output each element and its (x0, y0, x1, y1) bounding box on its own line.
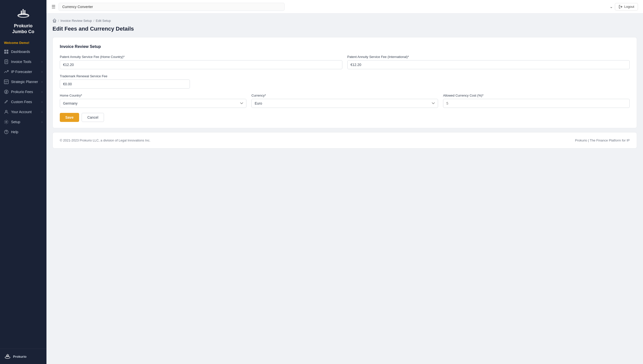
topbar-search-area (59, 3, 607, 11)
grid-icon (4, 49, 9, 54)
svg-rect-22 (7, 354, 8, 357)
form-row-patent-annuity: Patent Annuity Service Fee (Home Country… (60, 55, 630, 69)
chevron-right-icon4: › (41, 90, 42, 93)
file-text-icon (4, 59, 9, 64)
sidebar-item-dashboards[interactable]: Dashboards (0, 47, 46, 57)
svg-point-17 (6, 121, 7, 122)
cancel-button[interactable]: Cancel (82, 113, 104, 122)
form-group-currency: Currency* Euro (251, 94, 438, 108)
sidebar-item-setup-label: Setup (11, 120, 20, 124)
breadcrumb-sep-2: / (93, 19, 94, 23)
edit-icon (4, 100, 9, 104)
currency-select[interactable]: Euro (251, 99, 438, 108)
svg-point-19 (6, 133, 7, 133)
home-icon[interactable] (52, 19, 57, 23)
dollar-icon (4, 90, 9, 94)
svg-rect-12 (4, 80, 8, 84)
chevron-right-icon: › (41, 60, 42, 63)
sidebar-logo: Prokurio Jumbo Co (0, 0, 46, 39)
footer-brand-label: Prokurio (13, 355, 26, 358)
topbar-right: ⌄ Logout (610, 3, 638, 11)
sidebar-item-your-account-label: Your Account (11, 110, 32, 114)
svg-rect-21 (6, 355, 7, 357)
patent-intl-label: Patent Annuity Service Fee (Internationa… (347, 55, 630, 59)
patent-home-label: Patent Annuity Service Fee (Home Country… (60, 55, 342, 59)
chevron-right-icon5: › (41, 100, 42, 103)
breadcrumb-sep-1: / (58, 19, 59, 23)
sidebar-item-invoice-tools-label: Invoice Tools (11, 60, 31, 64)
sidebar-nav: Dashboards Invoice Tools › (0, 46, 46, 349)
svg-rect-23 (8, 354, 9, 357)
chevron-right-icon6: › (41, 110, 42, 113)
form-row-country-currency: Home Country* Germany Currency* Euro All… (60, 94, 630, 108)
footer-copyright: © 2021-2023 Prokurio LLC, a division of … (60, 138, 150, 142)
form-group-home-country: Home Country* Germany (60, 94, 246, 108)
sidebar-welcome: Welcome Demo! (0, 39, 46, 46)
svg-rect-25 (54, 21, 55, 22)
svg-point-16 (6, 110, 7, 112)
sidebar-item-ip-forecaster[interactable]: IP Forecaster › (0, 67, 46, 77)
sidebar-item-prokurio-fees[interactable]: Prokurio Fees › (0, 87, 46, 97)
user-icon (4, 110, 9, 114)
breadcrumb-invoice-review[interactable]: Invoice Review Setup (61, 19, 92, 23)
page-content: / Invoice Review Setup / Edit Setup Edit… (46, 14, 643, 364)
breadcrumb-edit-setup: Edit Setup (96, 19, 111, 23)
trending-up-icon (4, 69, 9, 74)
sidebar-item-ip-forecaster-label: IP Forecaster (11, 70, 32, 74)
dropdown-chevron-icon[interactable]: ⌄ (610, 4, 613, 9)
svg-rect-6 (4, 52, 6, 54)
trademark-label: Trademark Renewal Service Fee (60, 74, 190, 78)
chevron-right-icon7: › (41, 120, 42, 123)
company-line2: Jumbo Co (12, 29, 34, 35)
breadcrumb: / Invoice Review Setup / Edit Setup (52, 19, 637, 23)
logout-button[interactable]: Logout (615, 3, 638, 11)
search-input[interactable] (59, 3, 285, 11)
patent-intl-input[interactable] (347, 60, 630, 69)
chevron-right-icon2: › (41, 70, 42, 73)
svg-rect-5 (7, 50, 8, 51)
company-line1: Prokurio (12, 23, 34, 29)
form-row-trademark: Trademark Renewal Service Fee (60, 74, 630, 89)
sidebar-item-prokurio-fees-label: Prokurio Fees (11, 90, 33, 94)
home-country-select[interactable]: Germany (60, 99, 246, 108)
form-group-trademark: Trademark Renewal Service Fee (60, 74, 190, 89)
chevron-right-icon3: › (41, 80, 42, 83)
sidebar-item-custom-fees-label: Custom Fees (11, 100, 32, 104)
form-card: Invoice Review Setup Patent Annuity Serv… (52, 37, 637, 128)
form-actions: Save Cancel (60, 113, 630, 122)
save-button[interactable]: Save (60, 113, 79, 122)
allowed-currency-input[interactable] (443, 99, 630, 108)
patent-home-input[interactable] (60, 60, 342, 69)
help-circle-icon (4, 130, 9, 134)
sidebar-footer: Prokurio (0, 349, 46, 364)
form-group-patent-home: Patent Annuity Service Fee (Home Country… (60, 55, 342, 69)
logout-icon (619, 5, 623, 9)
company-name: Prokurio Jumbo Co (12, 23, 34, 35)
sidebar-item-help[interactable]: Help (0, 127, 46, 137)
sidebar-item-dashboards-label: Dashboards (11, 50, 30, 54)
svg-rect-4 (4, 50, 6, 51)
settings-icon (4, 120, 9, 124)
sidebar-item-strategic-planner[interactable]: Strategic Planner › (0, 77, 46, 87)
sidebar-item-your-account[interactable]: Your Account › (0, 107, 46, 117)
footer-prokurio-icon (4, 353, 11, 360)
form-group-allowed-currency: Allowed Currency Cost (%)* (443, 94, 630, 108)
layout-icon (4, 80, 9, 84)
sidebar-item-strategic-planner-label: Strategic Planner (11, 80, 38, 84)
allowed-currency-label: Allowed Currency Cost (%)* (443, 94, 630, 97)
sidebar-item-help-label: Help (11, 130, 18, 134)
form-card-title: Invoice Review Setup (60, 44, 630, 49)
topbar: ☰ ⌄ Logout (46, 0, 643, 14)
logout-label: Logout (624, 5, 634, 9)
home-country-label: Home Country* (60, 94, 246, 97)
sidebar-item-setup[interactable]: Setup › (0, 117, 46, 127)
footer-card: © 2021-2023 Prokurio LLC, a division of … (52, 132, 637, 149)
sidebar-item-custom-fees[interactable]: Custom Fees › (0, 97, 46, 107)
main-area: ☰ ⌄ Logout / Invoice (46, 0, 643, 364)
trademark-input[interactable] (60, 80, 190, 89)
prokurio-logo-icon (16, 6, 31, 21)
currency-label: Currency* (251, 94, 438, 97)
svg-rect-7 (7, 52, 8, 54)
sidebar-item-invoice-tools[interactable]: Invoice Tools › (0, 57, 46, 67)
menu-icon[interactable]: ☰ (51, 4, 56, 10)
